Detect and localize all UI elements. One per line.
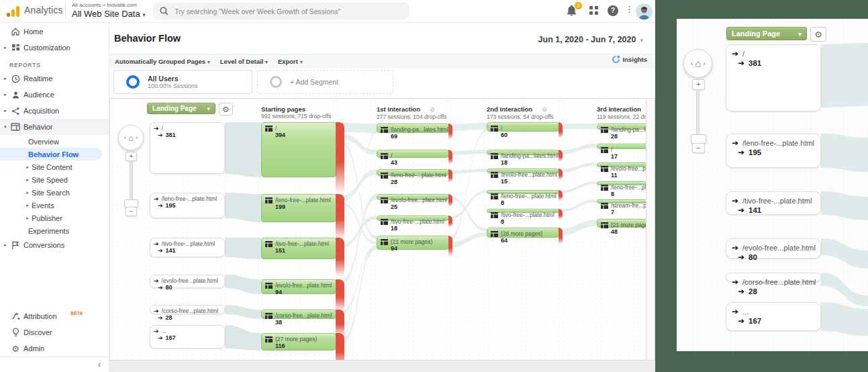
flow-node[interactable]: /evolo-free...plate.html15 (487, 169, 559, 173)
flow-node[interactable]: /17 (597, 144, 646, 149)
home-icon[interactable]: ⌂ (695, 58, 701, 69)
sidebar-item-events[interactable]: ▸Events (0, 199, 109, 212)
segment-all-users[interactable]: All Users 100.00% Sessions (113, 70, 252, 94)
flow-node[interactable]: /tivo-free-...plate.html151 (261, 238, 336, 259)
flow-node[interactable]: /tivo-free-...plate.html8 (487, 209, 559, 213)
sidebar-item-site-search[interactable]: ▸Site Search (0, 186, 109, 199)
dimension-dropdown[interactable]: Landing Page▾ (147, 103, 215, 114)
flow-node[interactable]: ➔/leno-free-...plate.html➔195 (150, 193, 225, 218)
page-icon (491, 126, 498, 132)
property-switcher[interactable]: All Web Site Data ▾ (72, 9, 146, 19)
flow-node[interactable]: /stream-fre...plate.html7 (597, 199, 646, 203)
zoom-out-button[interactable]: − (692, 143, 705, 154)
insights-button[interactable]: Insights (612, 55, 647, 64)
apps-grid-icon[interactable] (589, 6, 599, 15)
sidebar-item-behavior-flow[interactable]: Behavior Flow (0, 148, 102, 160)
user-avatar[interactable] (636, 3, 653, 20)
flow-node[interactable]: ➔/evolo-free...plate.html➔80 (150, 275, 225, 288)
pan-right-icon[interactable]: › (703, 60, 705, 67)
sidebar-item-site-content[interactable]: ▸Site Content (0, 160, 109, 173)
step-options-icon[interactable]: ⊘ (542, 106, 547, 113)
sidebar-item-overview[interactable]: Overview (0, 135, 109, 148)
flow-node[interactable]: ➔/➔381 (150, 122, 225, 174)
magnified-flow-node[interactable]: ➔/➔381 (726, 44, 821, 111)
sidebar-item-customization[interactable]: ▸Customization (0, 40, 109, 56)
flow-node[interactable]: (21 more pages)48 (597, 219, 646, 228)
flow-node[interactable]: /evolo-free...plate.html11 (597, 162, 646, 167)
flow-node[interactable]: /landing-pa...lates.html69 (377, 124, 449, 133)
flow-settings-button[interactable]: ⚙ (810, 27, 826, 42)
flow-node[interactable]: ➔/corso-free...plate.html➔28 (150, 305, 225, 314)
sidebar-item-site-speed[interactable]: ▸Site Speed (0, 173, 109, 186)
flow-node[interactable]: /60 (487, 122, 559, 132)
sidebar-item-discover[interactable]: Discover (0, 324, 109, 340)
sidebar-item-behavior[interactable]: ▾Behavior (0, 119, 109, 135)
flow-node[interactable]: /leno-free-...plate.html8 (597, 181, 646, 185)
flow-pan-control[interactable]: ‹⌂› (118, 125, 144, 150)
notifications-bell-icon[interactable]: 2 (566, 5, 579, 18)
help-icon[interactable]: ? (608, 5, 618, 16)
flow-pan-control[interactable]: ‹⌂› (683, 49, 712, 78)
zoom-slider-track[interactable] (696, 91, 700, 136)
flow-node[interactable]: /landing-pa...lates.html28 (597, 124, 646, 130)
sidebar-item-conversions[interactable]: ▸Conversions (0, 237, 109, 253)
flow-node[interactable]: /43 (377, 150, 449, 158)
magnified-flow-node[interactable]: ➔...➔167 (726, 302, 821, 331)
flow-node[interactable]: ➔/tivo-free-...plate.html➔141 (150, 238, 225, 257)
toolbar-item-level-of-detail[interactable]: Level of Detail ▾ (220, 58, 268, 65)
magnified-flow-node[interactable]: ➔/corso-free...plate.html➔28 (726, 273, 821, 282)
magnified-flow-node[interactable]: ➔/tivo-free-...plate.html➔141 (726, 191, 821, 215)
date-range-picker[interactable]: Jun 1, 2020 - Jun 7, 2020▾ (538, 35, 643, 44)
toolbar-item-export[interactable]: Export ▾ (278, 58, 303, 65)
breadcrumb[interactable]: All accounts > Inovatik.com (72, 2, 137, 8)
dimension-dropdown[interactable]: Landing Page▾ (726, 27, 807, 40)
sidebar-item-attribution[interactable]: AttributionBETA (0, 308, 109, 324)
flow-settings-button[interactable]: ⚙ (219, 103, 233, 115)
flow-node[interactable]: (27 more pages)116 (261, 333, 336, 351)
sidebar-item-home[interactable]: Home (0, 24, 109, 40)
flow-node[interactable]: /leno-free-...plate.html199 (261, 194, 336, 222)
pan-left-icon[interactable]: ‹ (691, 60, 693, 67)
flow-node[interactable]: /evolo-free...plate.html25 (377, 194, 449, 200)
flow-node[interactable]: (21 more pages)94 (377, 236, 449, 250)
flow-node[interactable]: /tivo-free-...plate.html18 (377, 216, 449, 221)
search-input[interactable]: Try searching "Week over Week Growth of … (153, 3, 409, 19)
flow-node[interactable]: ➔...➔167 (150, 325, 225, 348)
flow-node[interactable]: /corso-free...plate.html38 (261, 310, 336, 319)
zoom-slider-track[interactable] (130, 161, 133, 201)
sidebar-item-experiments[interactable]: Experiments (0, 224, 109, 237)
node-label: (26 more pages) (501, 230, 542, 237)
home-icon[interactable]: ⌂ (128, 133, 134, 143)
flow-node[interactable]: /leno-free-...plate.html8 (487, 190, 559, 194)
flow-node[interactable]: /leno-free-...plate.html28 (377, 169, 449, 176)
pan-right-icon[interactable]: › (136, 134, 138, 141)
step-options-icon[interactable]: ⊘ (430, 106, 435, 113)
magnified-flow-node[interactable]: ➔/leno-free-...plate.html➔195 (726, 134, 821, 168)
logo-text[interactable]: Analytics (24, 5, 63, 15)
pan-left-icon[interactable]: ‹ (124, 134, 126, 141)
flow-node[interactable]: /evolo-free...plate.html94 (261, 279, 336, 294)
node-text: ➔/leno-free-...plate.html➔195 (154, 195, 217, 209)
sidebar-item-audience[interactable]: ▸Audience (0, 87, 109, 103)
magnified-flow-node[interactable]: ➔/evolo-free...plate.html➔80 (726, 238, 821, 259)
zoom-in-button[interactable]: + (692, 79, 705, 90)
node-value-row: 18 (391, 225, 444, 232)
zoom-out-button[interactable]: − (126, 207, 137, 216)
sidebar-item-realtime[interactable]: ▸Realtime (0, 71, 109, 87)
sidebar-item-admin[interactable]: ⚙Admin (0, 340, 109, 357)
flow-node[interactable]: (26 more pages)64 (487, 228, 559, 238)
node-value-row: 28 (611, 133, 646, 140)
more-menu-icon[interactable]: ⋮ (625, 4, 634, 14)
flow-node[interactable]: /394 (261, 122, 336, 177)
sidebar-item-label: Acquisition (23, 107, 59, 115)
zoom-in-button[interactable]: + (126, 152, 137, 161)
analytics-logo-icon[interactable] (7, 5, 21, 17)
flow-node[interactable]: /landing-pa...lates.html18 (487, 150, 559, 155)
zoom-slider-handle[interactable] (691, 134, 706, 144)
toolbar-item-automatically-grouped-pages[interactable]: Automatically Grouped Pages ▾ (115, 58, 210, 65)
add-segment-button[interactable]: + Add Segment (257, 70, 393, 94)
sidebar-item-publisher[interactable]: ▸Publisher (0, 212, 109, 224)
flow-scrollbar[interactable] (646, 98, 655, 361)
sidebar-item-acquisition[interactable]: ▸Acquisition (0, 103, 109, 119)
sidebar-collapse-button[interactable]: ‹ (0, 357, 109, 372)
